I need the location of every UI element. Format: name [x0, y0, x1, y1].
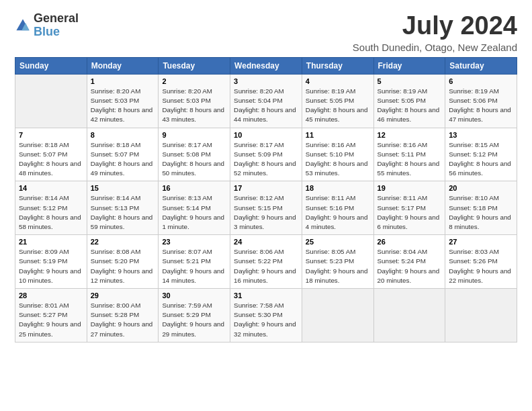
- day-number: 30: [162, 291, 226, 300]
- day-number: 2: [162, 77, 226, 85]
- header-day-saturday: Saturday: [445, 57, 517, 74]
- day-number: 19: [378, 184, 442, 192]
- day-details: Sunrise: 8:04 AMSunset: 5:24 PMDaylight:…: [378, 247, 442, 285]
- week-row-2: 7Sunrise: 8:18 AMSunset: 5:07 PMDaylight…: [15, 128, 517, 181]
- calendar-cell: 2Sunrise: 8:20 AMSunset: 5:03 PMDaylight…: [159, 74, 230, 128]
- calendar-cell: 24Sunrise: 8:06 AMSunset: 5:22 PMDayligh…: [230, 235, 302, 289]
- day-details: Sunrise: 8:13 AMSunset: 5:14 PMDaylight:…: [162, 193, 226, 232]
- calendar-cell: 6Sunrise: 8:19 AMSunset: 5:06 PMDaylight…: [445, 74, 517, 128]
- day-number: 21: [19, 238, 83, 246]
- header-row: SundayMondayTuesdayWednesdayThursdayFrid…: [15, 57, 517, 74]
- calendar-cell: 28Sunrise: 8:01 AMSunset: 5:27 PMDayligh…: [15, 289, 87, 342]
- day-details: Sunrise: 8:08 AMSunset: 5:20 PMDaylight:…: [91, 247, 155, 285]
- day-number: 23: [162, 238, 226, 246]
- day-number: 26: [378, 238, 442, 246]
- calendar-cell: 22Sunrise: 8:08 AMSunset: 5:20 PMDayligh…: [87, 235, 159, 289]
- day-details: Sunrise: 8:19 AMSunset: 5:06 PMDaylight:…: [449, 87, 513, 125]
- day-details: Sunrise: 8:07 AMSunset: 5:21 PMDaylight:…: [162, 247, 226, 285]
- day-details: Sunrise: 8:05 AMSunset: 5:23 PMDaylight:…: [306, 247, 370, 285]
- day-number: 27: [449, 238, 513, 246]
- day-number: 31: [234, 291, 298, 300]
- calendar-cell: 9Sunrise: 8:17 AMSunset: 5:08 PMDaylight…: [159, 128, 230, 181]
- day-details: Sunrise: 8:14 AMSunset: 5:13 PMDaylight:…: [91, 193, 155, 232]
- calendar-cell: [302, 289, 373, 342]
- day-details: Sunrise: 8:10 AMSunset: 5:18 PMDaylight:…: [449, 193, 513, 232]
- calendar-cell: 8Sunrise: 8:18 AMSunset: 5:07 PMDaylight…: [87, 128, 159, 181]
- header-day-tuesday: Tuesday: [159, 57, 230, 74]
- day-details: Sunrise: 8:11 AMSunset: 5:16 PMDaylight:…: [306, 193, 370, 232]
- calendar-cell: 27Sunrise: 8:03 AMSunset: 5:26 PMDayligh…: [445, 235, 517, 289]
- calendar-cell: 21Sunrise: 8:09 AMSunset: 5:19 PMDayligh…: [15, 235, 87, 289]
- day-details: Sunrise: 8:16 AMSunset: 5:10 PMDaylight:…: [306, 140, 370, 179]
- day-number: 9: [162, 131, 226, 139]
- day-number: 7: [19, 131, 83, 139]
- day-number: 13: [449, 131, 513, 139]
- calendar-cell: [445, 289, 517, 342]
- day-details: Sunrise: 8:09 AMSunset: 5:19 PMDaylight:…: [19, 247, 83, 285]
- day-details: Sunrise: 8:16 AMSunset: 5:11 PMDaylight:…: [378, 140, 442, 179]
- day-details: Sunrise: 8:01 AMSunset: 5:27 PMDaylight:…: [19, 301, 83, 339]
- calendar-cell: 15Sunrise: 8:14 AMSunset: 5:13 PMDayligh…: [87, 181, 159, 235]
- logo-blue: Blue: [34, 25, 60, 38]
- week-row-5: 28Sunrise: 8:01 AMSunset: 5:27 PMDayligh…: [15, 289, 517, 342]
- day-details: Sunrise: 8:19 AMSunset: 5:05 PMDaylight:…: [378, 87, 442, 125]
- logo: General Blue: [15, 12, 79, 39]
- subtitle: South Dunedin, Otago, New Zealand: [353, 42, 517, 53]
- day-details: Sunrise: 8:20 AMSunset: 5:04 PMDaylight:…: [234, 87, 298, 125]
- day-number: 1: [91, 77, 155, 85]
- calendar-cell: 16Sunrise: 8:13 AMSunset: 5:14 PMDayligh…: [159, 181, 230, 235]
- day-details: Sunrise: 7:58 AMSunset: 5:30 PMDaylight:…: [234, 301, 298, 339]
- main-title: July 2024: [353, 12, 517, 40]
- day-number: 18: [306, 184, 370, 192]
- day-details: Sunrise: 8:19 AMSunset: 5:05 PMDaylight:…: [306, 87, 370, 125]
- day-number: 14: [19, 184, 83, 192]
- day-details: Sunrise: 8:20 AMSunset: 5:03 PMDaylight:…: [91, 87, 155, 125]
- calendar-cell: 23Sunrise: 8:07 AMSunset: 5:21 PMDayligh…: [159, 235, 230, 289]
- logo-general: General: [34, 11, 79, 25]
- logo-icon: [15, 17, 31, 34]
- day-details: Sunrise: 7:59 AMSunset: 5:29 PMDaylight:…: [162, 301, 226, 339]
- day-number: 17: [234, 184, 298, 192]
- calendar-cell: 12Sunrise: 8:16 AMSunset: 5:11 PMDayligh…: [373, 128, 445, 181]
- day-details: Sunrise: 8:14 AMSunset: 5:12 PMDaylight:…: [19, 193, 83, 232]
- day-details: Sunrise: 8:18 AMSunset: 5:07 PMDaylight:…: [91, 140, 155, 179]
- day-number: 5: [378, 77, 442, 85]
- header-day-monday: Monday: [87, 57, 159, 74]
- day-details: Sunrise: 8:18 AMSunset: 5:07 PMDaylight:…: [19, 140, 83, 179]
- day-details: Sunrise: 8:00 AMSunset: 5:28 PMDaylight:…: [91, 301, 155, 339]
- day-number: 20: [449, 184, 513, 192]
- calendar-table: SundayMondayTuesdayWednesdayThursdayFrid…: [15, 57, 517, 342]
- day-number: 11: [306, 131, 370, 139]
- header-day-wednesday: Wednesday: [230, 57, 302, 74]
- calendar-cell: 5Sunrise: 8:19 AMSunset: 5:05 PMDaylight…: [373, 74, 445, 128]
- calendar-cell: 1Sunrise: 8:20 AMSunset: 5:03 PMDaylight…: [87, 74, 159, 128]
- day-details: Sunrise: 8:17 AMSunset: 5:08 PMDaylight:…: [162, 140, 226, 179]
- day-details: Sunrise: 8:06 AMSunset: 5:22 PMDaylight:…: [234, 247, 298, 285]
- day-number: 10: [234, 131, 298, 139]
- calendar-cell: 20Sunrise: 8:10 AMSunset: 5:18 PMDayligh…: [445, 181, 517, 235]
- day-number: 15: [91, 184, 155, 192]
- day-number: 8: [91, 131, 155, 139]
- calendar-cell: 14Sunrise: 8:14 AMSunset: 5:12 PMDayligh…: [15, 181, 87, 235]
- calendar-cell: 7Sunrise: 8:18 AMSunset: 5:07 PMDaylight…: [15, 128, 87, 181]
- day-number: 25: [306, 238, 370, 246]
- calendar-cell: 30Sunrise: 7:59 AMSunset: 5:29 PMDayligh…: [159, 289, 230, 342]
- calendar-cell: 13Sunrise: 8:15 AMSunset: 5:12 PMDayligh…: [445, 128, 517, 181]
- day-number: 24: [234, 238, 298, 246]
- day-number: 28: [19, 291, 83, 300]
- header-day-friday: Friday: [373, 57, 445, 74]
- day-number: 12: [378, 131, 442, 139]
- day-number: 4: [306, 77, 370, 85]
- calendar-cell: 4Sunrise: 8:19 AMSunset: 5:05 PMDaylight…: [302, 74, 373, 128]
- day-details: Sunrise: 8:12 AMSunset: 5:15 PMDaylight:…: [234, 193, 298, 232]
- day-number: 22: [91, 238, 155, 246]
- calendar-cell: 31Sunrise: 7:58 AMSunset: 5:30 PMDayligh…: [230, 289, 302, 342]
- day-details: Sunrise: 8:20 AMSunset: 5:03 PMDaylight:…: [162, 87, 226, 125]
- header-area: General Blue July 2024 South Dunedin, Ot…: [15, 12, 517, 53]
- day-details: Sunrise: 8:15 AMSunset: 5:12 PMDaylight:…: [449, 140, 513, 179]
- calendar-cell: 18Sunrise: 8:11 AMSunset: 5:16 PMDayligh…: [302, 181, 373, 235]
- week-row-4: 21Sunrise: 8:09 AMSunset: 5:19 PMDayligh…: [15, 235, 517, 289]
- day-details: Sunrise: 8:03 AMSunset: 5:26 PMDaylight:…: [449, 247, 513, 285]
- week-row-1: 1Sunrise: 8:20 AMSunset: 5:03 PMDaylight…: [15, 74, 517, 128]
- header-day-thursday: Thursday: [302, 57, 373, 74]
